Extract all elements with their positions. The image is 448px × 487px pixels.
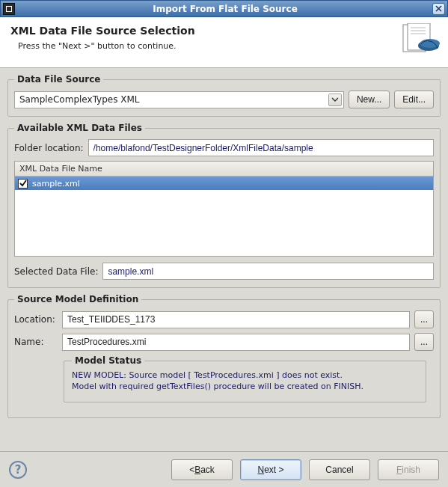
page-title: XML Data File Source Selection (10, 25, 438, 37)
window-titlebar: Import From Flat File Source (0, 0, 448, 17)
help-button[interactable]: ? (9, 461, 27, 479)
selected-file-field[interactable] (102, 263, 434, 280)
app-icon (3, 3, 15, 15)
chevron-down-icon[interactable] (328, 94, 342, 106)
files-table[interactable]: XML Data File Name sample.xml (14, 161, 434, 257)
status-line-1: NEW MODEL: Source model [ TestProcedures… (72, 370, 418, 382)
files-table-header: XML Data File Name (15, 162, 433, 177)
location-field[interactable] (62, 311, 410, 328)
svg-rect-1 (7, 7, 11, 11)
name-field[interactable] (62, 334, 410, 351)
browse-name-button[interactable]: ... (414, 333, 434, 351)
new-source-button[interactable]: New... (349, 91, 390, 108)
name-label: Name: (14, 337, 58, 347)
row-checkbox[interactable] (18, 179, 28, 189)
available-files-group: Available XML Data Files Folder location… (7, 123, 441, 288)
data-file-source-group: Data File Source SampleComplexTypes XML … (7, 74, 441, 117)
source-model-definition-group: Source Model Definition Location: ... Na… (7, 294, 441, 418)
folder-location-label: Folder location: (14, 143, 84, 153)
wizard-header: XML Data File Source Selection Press the… (0, 17, 448, 68)
back-button[interactable]: < Back (171, 459, 233, 480)
wizard-button-bar: ? < Back Next > Cancel Finish (0, 451, 448, 487)
table-row[interactable]: sample.xml (15, 177, 433, 190)
smd-legend: Source Model Definition (14, 294, 141, 304)
edit-source-button[interactable]: Edit... (394, 91, 434, 108)
cancel-button[interactable]: Cancel (309, 459, 370, 480)
window-close-button[interactable] (432, 3, 445, 15)
window-title: Import From Flat File Source (19, 4, 431, 14)
selected-file-label: Selected Data File: (14, 266, 98, 277)
wizard-banner-icon (402, 23, 441, 56)
page-subtitle: Press the "Next >" button to continue. (18, 41, 438, 51)
next-button[interactable]: Next > (240, 459, 301, 480)
model-status-group: Model Status NEW MODEL: Source model [ T… (64, 355, 426, 402)
status-line-2: Model with required getTextFiles() proce… (72, 382, 418, 393)
data-file-source-legend: Data File Source (14, 74, 103, 85)
data-source-combo[interactable]: SampleComplexTypes XML (14, 91, 344, 108)
location-label: Location: (14, 314, 58, 325)
finish-button: Finish (378, 459, 439, 480)
data-source-selected: SampleComplexTypes XML (19, 94, 140, 105)
row-filename: sample.xml (32, 179, 80, 189)
browse-location-button[interactable]: ... (414, 310, 434, 328)
folder-location-field[interactable] (88, 139, 434, 156)
available-files-legend: Available XML Data Files (14, 123, 145, 133)
model-status-legend: Model Status (72, 355, 144, 366)
